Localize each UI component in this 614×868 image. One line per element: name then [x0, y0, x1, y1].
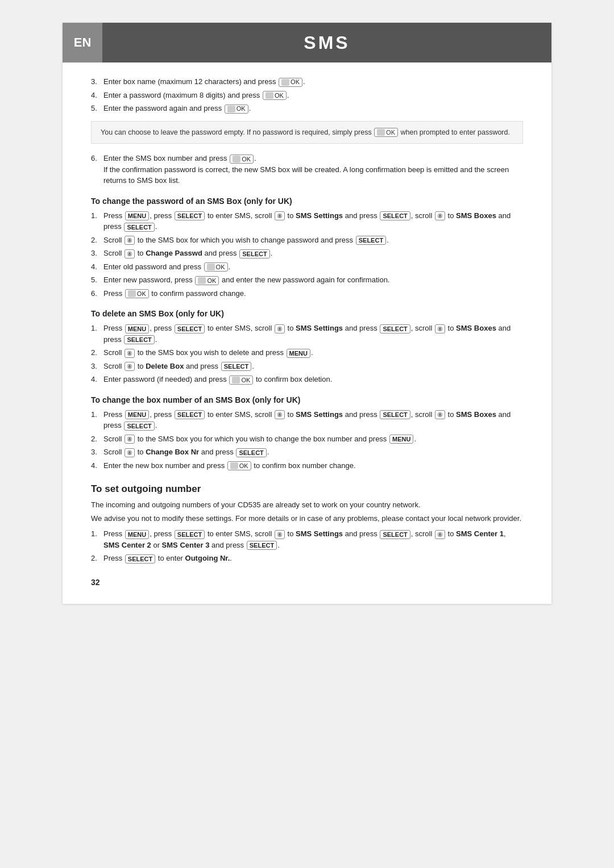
list-item: 5. Enter the password again and press OK… — [91, 103, 523, 114]
ok-label: OK — [275, 91, 284, 101]
ok-button-icon: OK — [125, 289, 149, 298]
select-button-icon: SELECT — [125, 554, 155, 564]
list-item: 4. Enter old password and press OK. — [91, 261, 523, 273]
select-button-icon: SELECT — [175, 530, 205, 539]
ok-label: OK — [216, 262, 225, 272]
select-button-icon: SELECT — [175, 324, 205, 333]
list-num: 2. — [91, 553, 103, 564]
section-heading-delete-box: To delete an SMS Box (only for UK) — [91, 309, 523, 318]
ok-label: OK — [242, 155, 251, 164]
language-label: EN — [63, 23, 102, 62]
list-item: 3. Scroll ⑧ to Change Passwd and press S… — [91, 248, 523, 259]
menu-button-icon: MENU — [287, 349, 310, 358]
list-text: Scroll ⑧ to Change Box Nr and press SELE… — [103, 446, 523, 458]
ok-button-icon: OK — [204, 262, 228, 272]
select-button-icon: SELECT — [380, 410, 410, 419]
list-num: 6. — [91, 153, 103, 164]
list-text: Scroll ⑧ to the SMS box you wish to dele… — [103, 347, 523, 358]
list-item: 2. Scroll ⑧ to the SMS box for which you… — [91, 235, 523, 246]
intro-list: 3. Enter box name (maximum 12 characters… — [91, 76, 523, 114]
menu-button-icon: MENU — [125, 211, 149, 220]
list-text: Enter the password again and press OK. — [103, 103, 523, 114]
list-num: 3. — [91, 446, 103, 458]
nav-icon: ⑧ — [435, 324, 445, 333]
select-button-icon: SELECT — [380, 324, 410, 333]
select-button-icon: SELECT — [124, 422, 154, 431]
list-item: 4. Enter password (if needed) and press … — [91, 374, 523, 385]
list-text: Scroll ⑧ to Change Passwd and press SELE… — [103, 248, 523, 259]
list-num: 1. — [91, 210, 103, 222]
list-item: 6. Press OK to confirm password change. — [91, 288, 523, 299]
list-num: 3. — [91, 76, 103, 87]
select-button-icon: SELECT — [124, 223, 154, 232]
ok-label: OK — [207, 276, 216, 286]
list-text: Enter old password and press OK. — [103, 261, 523, 273]
list-item: 1. Press MENU, press SELECT to enter SMS… — [91, 528, 523, 550]
ok-label: OK — [291, 77, 300, 87]
select-button-icon: SELECT — [356, 236, 386, 245]
menu-button-icon: MENU — [389, 435, 413, 444]
list-text: Enter box name (maximum 12 characters) a… — [103, 76, 523, 87]
list-text: Press OK to confirm password change. — [103, 288, 523, 299]
list-text: Press SELECT to enter Outgoing Nr.. — [103, 553, 523, 564]
menu-button-icon: MENU — [125, 324, 149, 333]
ok-button-icon: OK — [227, 461, 251, 470]
list-text: Press MENU, press SELECT to enter SMS, s… — [103, 409, 523, 431]
change-password-list: 1. Press MENU, press SELECT to enter SMS… — [91, 210, 523, 299]
select-button-icon: SELECT — [380, 211, 410, 220]
list-num: 4. — [91, 90, 103, 101]
list-item: 1. Press MENU, press SELECT to enter SMS… — [91, 323, 523, 345]
nav-icon: ⑧ — [125, 435, 135, 444]
list-num: 4. — [91, 460, 103, 471]
list-item: 5. Enter new password, press OK and ente… — [91, 274, 523, 286]
page-number: 32 — [91, 578, 523, 587]
ok-button-icon: OK — [279, 78, 302, 87]
nav-icon: ⑧ — [125, 236, 135, 245]
list-num: 4. — [91, 374, 103, 385]
outgoing-intro-1: The incoming and outgoing numbers of you… — [91, 499, 523, 511]
list-num: 1. — [91, 528, 103, 540]
nav-icon: ⑧ — [275, 211, 285, 220]
nav-icon: ⑧ — [125, 448, 135, 457]
page: EN SMS 3. Enter box name (maximum 12 cha… — [63, 23, 551, 604]
section-heading-change-password: To change the password of an SMS Box (on… — [91, 197, 523, 206]
ok-button-icon: OK — [374, 128, 398, 137]
list-num: 4. — [91, 261, 103, 273]
page-content: 3. Enter box name (maximum 12 characters… — [63, 62, 551, 604]
ok-button-icon: OK — [225, 105, 248, 114]
nav-icon: ⑧ — [435, 530, 445, 539]
nav-icon: ⑧ — [125, 349, 135, 358]
ok-label: OK — [237, 104, 246, 114]
list-item: 3. Scroll ⑧ to Delete Box and press SELE… — [91, 361, 523, 372]
ok-label: OK — [386, 128, 395, 137]
list-text: Press MENU, press SELECT to enter SMS, s… — [103, 323, 523, 345]
list-item: 1. Press MENU, press SELECT to enter SMS… — [91, 409, 523, 431]
select-button-icon: SELECT — [124, 335, 154, 344]
list-num: 2. — [91, 235, 103, 246]
list-num: 5. — [91, 274, 103, 286]
change-box-number-list: 1. Press MENU, press SELECT to enter SMS… — [91, 409, 523, 471]
ok-button-icon: OK — [263, 91, 287, 100]
page-header: EN SMS — [63, 23, 551, 62]
list-num: 1. — [91, 409, 103, 420]
select-button-icon: SELECT — [221, 362, 251, 371]
nav-icon: ⑧ — [275, 410, 285, 419]
menu-button-icon: MENU — [125, 410, 149, 419]
page-title: SMS — [102, 23, 551, 62]
outgoing-list: 1. Press MENU, press SELECT to enter SMS… — [91, 528, 523, 564]
list-item: 2. Press SELECT to enter Outgoing Nr.. — [91, 553, 523, 564]
list-num: 2. — [91, 347, 103, 358]
select-button-icon: SELECT — [175, 410, 205, 419]
list-item-6: 6. Enter the SMS box number and press OK… — [91, 153, 523, 186]
list-text: Enter a password (maximum 8 digits) and … — [103, 90, 523, 101]
list-text: Enter the new box number and press OK to… — [103, 460, 523, 471]
ok-label: OK — [241, 375, 250, 385]
list-text: Scroll ⑧ to the SMS box for which you wi… — [103, 235, 523, 246]
nav-icon: ⑧ — [275, 324, 285, 333]
list-num: 1. — [91, 323, 103, 334]
list-item: 3. Scroll ⑧ to Change Box Nr and press S… — [91, 446, 523, 458]
section-heading-change-box-number: To change the box number of an SMS Box (… — [91, 395, 523, 404]
list-text: Enter password (if needed) and press OK … — [103, 374, 523, 385]
list-text: Scroll ⑧ to the SMS box you for which yo… — [103, 433, 523, 445]
nav-icon: ⑧ — [435, 410, 445, 419]
